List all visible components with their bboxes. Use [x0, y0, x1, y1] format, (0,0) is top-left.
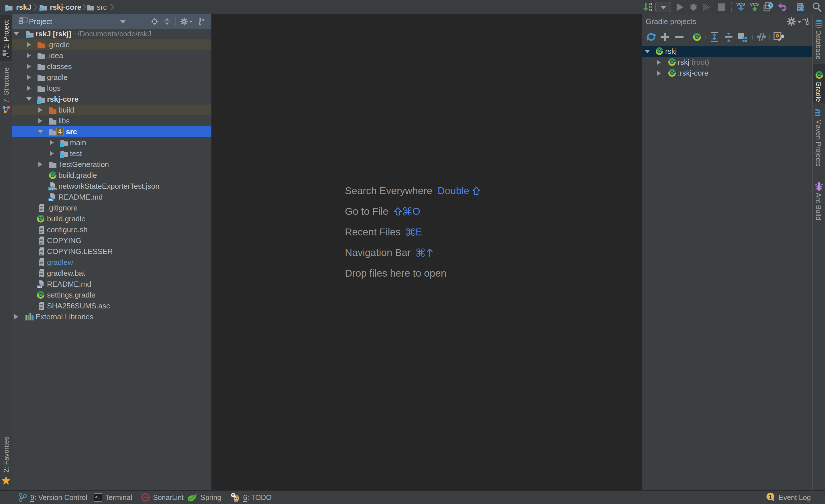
svg-text:01: 01: [649, 9, 652, 12]
svg-text:10: 10: [649, 6, 652, 9]
svg-text:VCS: VCS: [750, 2, 759, 7]
svg-text:JSON: JSON: [49, 187, 57, 191]
svg-text:1: 1: [768, 493, 772, 501]
svg-text:01: 01: [649, 3, 652, 6]
svg-text:MD: MD: [38, 285, 42, 289]
svg-text:VCS: VCS: [736, 2, 745, 7]
svg-text:MD: MD: [49, 198, 54, 201]
